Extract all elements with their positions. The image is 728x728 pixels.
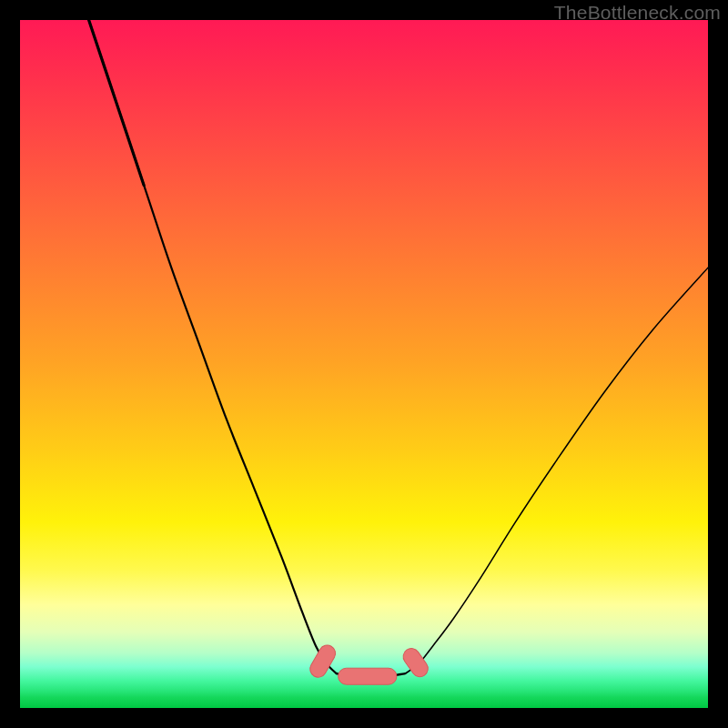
svg-rect-1 [339, 668, 397, 684]
svg-rect-2 [400, 645, 431, 680]
svg-rect-0 [307, 642, 338, 681]
bottleneck-curve-layer [20, 20, 708, 708]
plot-area [20, 20, 708, 708]
bottleneck-curve-left-top-thick [89, 20, 144, 185]
valley-marker-2 [400, 645, 431, 680]
chart-frame: TheBottleneck.com [0, 0, 728, 728]
bottleneck-curve-left-branch [89, 20, 337, 673]
valley-marker-1 [339, 668, 397, 684]
valley-marker-0 [307, 642, 338, 681]
bottleneck-curve-right-branch [405, 268, 708, 673]
